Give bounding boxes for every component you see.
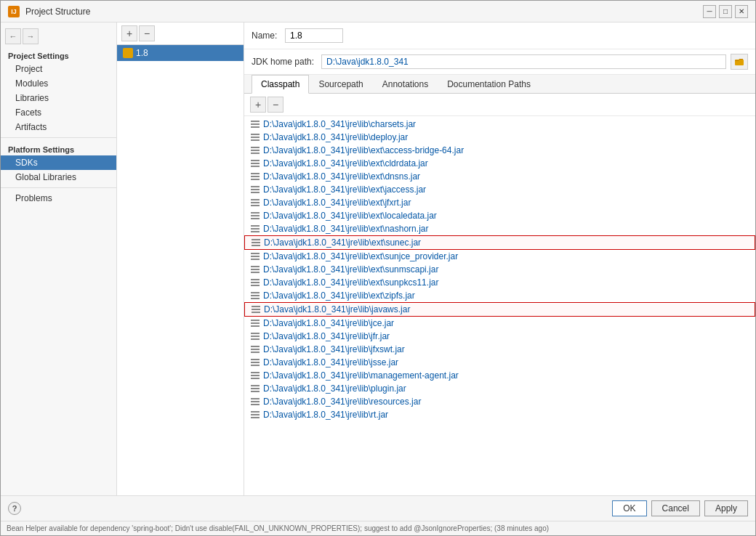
- path-text: D:\Java\jdk1.8.0_341\jre\lib\ext\sunjce_…: [263, 251, 458, 261]
- sidebar-item-facets[interactable]: Facets: [1, 105, 116, 120]
- jar-icon: [250, 277, 260, 288]
- svg-rect-17: [251, 189, 260, 190]
- path-item[interactable]: D:\Java\jdk1.8.0_341\jre\lib\jsse.jar: [244, 356, 755, 369]
- svg-rect-9: [251, 153, 260, 154]
- path-item[interactable]: D:\Java\jdk1.8.0_341\jre\lib\resources.j…: [244, 395, 755, 408]
- remove-sdk-button[interactable]: −: [139, 25, 155, 41]
- cancel-button[interactable]: Cancel: [651, 500, 700, 516]
- path-text: D:\Java\jdk1.8.0_341\jre\lib\ext\access-…: [263, 145, 464, 155]
- maximize-button[interactable]: □: [719, 5, 732, 18]
- svg-rect-34: [251, 266, 260, 267]
- path-item[interactable]: D:\Java\jdk1.8.0_341\jre\lib\rt.jar: [244, 408, 755, 421]
- svg-rect-29: [252, 242, 260, 243]
- svg-rect-53: [251, 349, 260, 350]
- sidebar-item-sdks[interactable]: SDKs: [1, 155, 116, 170]
- path-item[interactable]: D:\Java\jdk1.8.0_341\jre\lib\ext\zipfs.j…: [244, 289, 755, 302]
- tab-documentation-paths[interactable]: Documentation Paths: [438, 75, 540, 94]
- path-text: D:\Java\jdk1.8.0_341\jre\lib\charsets.ja…: [263, 119, 416, 129]
- title-bar-controls: ─ □ ✕: [703, 5, 748, 18]
- svg-rect-54: [251, 352, 260, 353]
- help-button[interactable]: ?: [8, 502, 21, 515]
- path-item[interactable]: D:\Java\jdk1.8.0_341\jre\lib\ext\nashorn…: [244, 222, 755, 235]
- svg-rect-21: [251, 205, 260, 206]
- paths-toolbar: + −: [244, 94, 755, 116]
- svg-rect-35: [251, 269, 260, 270]
- jdk-path-input[interactable]: [321, 54, 726, 69]
- svg-rect-42: [251, 298, 260, 299]
- jar-icon: [250, 119, 260, 129]
- svg-rect-40: [251, 292, 260, 293]
- svg-rect-15: [251, 179, 260, 180]
- add-path-button[interactable]: +: [250, 97, 266, 113]
- add-sdk-button[interactable]: +: [121, 25, 137, 41]
- apply-button[interactable]: Apply: [704, 500, 748, 516]
- paths-list[interactable]: D:\Java\jdk1.8.0_341\jre\lib\charsets.ja…: [244, 116, 755, 495]
- svg-rect-69: [251, 417, 260, 418]
- ok-button[interactable]: OK: [612, 500, 646, 516]
- close-button[interactable]: ✕: [735, 5, 748, 18]
- jar-icon: [250, 383, 260, 394]
- path-item[interactable]: D:\Java\jdk1.8.0_341\jre\lib\ext\sunmsca…: [244, 263, 755, 276]
- sidebar-item-artifacts[interactable]: Artifacts: [1, 120, 116, 134]
- path-item[interactable]: D:\Java\jdk1.8.0_341\jre\lib\jfxswt.jar: [244, 343, 755, 356]
- remove-path-button[interactable]: −: [268, 97, 284, 113]
- sidebar-item-problems[interactable]: Problems: [1, 191, 116, 206]
- path-text: D:\Java\jdk1.8.0_341\jre\lib\javaws.jar: [264, 304, 410, 314]
- main-content: ← → Project Settings Project Modules Lib…: [1, 23, 755, 495]
- path-text: D:\Java\jdk1.8.0_341\jre\lib\deploy.jar: [263, 132, 408, 142]
- tab-annotations[interactable]: Annotations: [373, 75, 438, 94]
- svg-rect-4: [251, 134, 260, 135]
- path-item[interactable]: D:\Java\jdk1.8.0_341\jre\lib\ext\sunec.j…: [244, 235, 755, 250]
- sidebar-divider: [1, 137, 116, 138]
- jar-icon: [250, 171, 260, 182]
- jar-icon: [250, 145, 260, 155]
- path-item[interactable]: D:\Java\jdk1.8.0_341\jre\lib\javaws.jar: [244, 302, 755, 317]
- path-text: D:\Java\jdk1.8.0_341\jre\lib\plugin.jar: [263, 383, 406, 394]
- tab-sourcepath[interactable]: Sourcepath: [309, 75, 372, 94]
- sdk-list-item[interactable]: 1.8: [117, 45, 244, 61]
- jar-icon: [250, 211, 260, 221]
- sidebar: ← → Project Settings Project Modules Lib…: [1, 23, 117, 495]
- jdk-browse-button[interactable]: [731, 54, 748, 70]
- sidebar-item-modules[interactable]: Modules: [1, 76, 116, 91]
- app-icon: IJ: [8, 6, 20, 17]
- path-item[interactable]: D:\Java\jdk1.8.0_341\jre\lib\deploy.jar: [244, 131, 755, 144]
- jar-icon: [250, 132, 260, 142]
- panel-row: + − 1.8 Name: JDK home path:: [117, 23, 755, 495]
- path-text: D:\Java\jdk1.8.0_341\jre\lib\management-…: [263, 370, 459, 381]
- platform-settings-header: Platform Settings: [1, 141, 116, 155]
- sdk-list-toolbar: + −: [117, 23, 244, 45]
- path-item[interactable]: D:\Java\jdk1.8.0_341\jre\lib\management-…: [244, 369, 755, 382]
- path-item[interactable]: D:\Java\jdk1.8.0_341\jre\lib\ext\jfxrt.j…: [244, 196, 755, 209]
- svg-rect-32: [251, 256, 260, 257]
- path-item[interactable]: D:\Java\jdk1.8.0_341\jre\lib\jfr.jar: [244, 330, 755, 343]
- jar-icon: [250, 397, 260, 407]
- path-item[interactable]: D:\Java\jdk1.8.0_341\jre\lib\ext\localed…: [244, 209, 755, 222]
- forward-button[interactable]: →: [23, 28, 39, 44]
- back-button[interactable]: ←: [5, 28, 21, 44]
- tab-classpath[interactable]: Classpath: [252, 75, 309, 94]
- path-item[interactable]: D:\Java\jdk1.8.0_341\jre\lib\jce.jar: [244, 317, 755, 330]
- svg-rect-6: [251, 139, 260, 141]
- jar-icon: [250, 410, 260, 420]
- path-item[interactable]: D:\Java\jdk1.8.0_341\jre\lib\plugin.jar: [244, 382, 755, 395]
- svg-rect-49: [251, 333, 260, 334]
- path-text: D:\Java\jdk1.8.0_341\jre\lib\ext\jaccess…: [263, 184, 426, 195]
- minimize-button[interactable]: ─: [703, 5, 716, 18]
- sidebar-item-libraries[interactable]: Libraries: [1, 91, 116, 105]
- path-item[interactable]: D:\Java\jdk1.8.0_341\jre\lib\ext\dnsns.j…: [244, 170, 755, 183]
- svg-rect-1: [251, 121, 260, 122]
- path-item[interactable]: D:\Java\jdk1.8.0_341\jre\lib\charsets.ja…: [244, 118, 755, 131]
- sidebar-item-global-libraries[interactable]: Global Libraries: [1, 170, 116, 184]
- path-item[interactable]: D:\Java\jdk1.8.0_341\jre\lib\ext\cldrdat…: [244, 157, 755, 170]
- path-item[interactable]: D:\Java\jdk1.8.0_341\jre\lib\ext\jaccess…: [244, 183, 755, 196]
- path-item[interactable]: D:\Java\jdk1.8.0_341\jre\lib\ext\sunjce_…: [244, 250, 755, 263]
- svg-rect-27: [251, 231, 260, 232]
- path-item[interactable]: D:\Java\jdk1.8.0_341\jre\lib\ext\sunpkcs…: [244, 276, 755, 289]
- svg-rect-60: [251, 378, 260, 379]
- path-text: D:\Java\jdk1.8.0_341\jre\lib\ext\localed…: [263, 211, 437, 221]
- path-item[interactable]: D:\Java\jdk1.8.0_341\jre\lib\ext\access-…: [244, 144, 755, 157]
- sidebar-item-project[interactable]: Project: [1, 62, 116, 76]
- path-text: D:\Java\jdk1.8.0_341\jre\lib\ext\cldrdat…: [263, 158, 428, 168]
- name-input[interactable]: [285, 28, 343, 43]
